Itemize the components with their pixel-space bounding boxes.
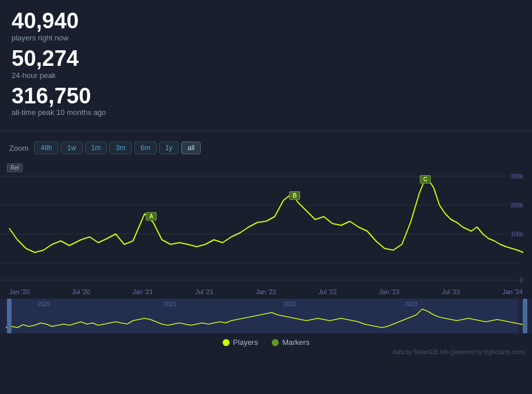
mini-year-2022: 2022 (283, 301, 296, 307)
mini-year-2023: 2023 (405, 301, 418, 307)
mini-chart[interactable]: 2020 2021 2022 2023 (0, 299, 532, 333)
x-label-jul22: Jul '22 (319, 288, 337, 295)
mini-year-2020: 2020 (38, 301, 50, 307)
peak-24h-value: 50,274 (12, 47, 520, 71)
current-players-value: 40,940 (12, 9, 520, 34)
mini-chart-handle-right[interactable] (523, 299, 527, 333)
alltime-peak-value: 316,750 (12, 84, 520, 109)
main-chart: 300k 200k 100k 0 Rel A B C (0, 159, 532, 286)
zoom-6m-button[interactable]: 6m (134, 142, 157, 154)
current-players-block: 40,940 players right now (12, 9, 520, 42)
svg-text:300k: 300k (511, 173, 524, 180)
mini-chart-svg (0, 299, 532, 333)
x-label-jul23: Jul '23 (442, 288, 460, 295)
current-players-label: players right now (12, 34, 520, 42)
zoom-3m-button[interactable]: 3m (109, 142, 132, 154)
svg-text:100k: 100k (511, 231, 524, 237)
stats-section: 40,940 players right now 50,274 24-hour … (0, 0, 532, 127)
x-label-jan23: Jan '23 (379, 288, 400, 295)
zoom-48h-button[interactable]: 48h (34, 142, 58, 154)
marker-rel: Rel (7, 163, 23, 172)
players-dot (223, 339, 230, 346)
marker-a: A (146, 212, 157, 221)
zoom-1w-button[interactable]: 1w (61, 142, 82, 154)
x-label-jan22: Jan '22 (256, 288, 276, 295)
svg-text:0: 0 (520, 277, 523, 284)
x-label-jul21: Jul '21 (195, 288, 213, 295)
x-label-jan21: Jan '21 (132, 288, 153, 295)
mini-year-2021: 2021 (164, 301, 176, 307)
marker-b: B (289, 191, 300, 200)
zoom-all-button[interactable]: all (181, 142, 201, 154)
x-label-jan20: Jan '20 (9, 288, 29, 295)
stats-chart-divider (0, 131, 532, 131)
legend: Players Markers (0, 333, 532, 349)
players-label: Players (233, 338, 258, 347)
zoom-row: Zoom 48h 1w 1m 3m 6m 1y all (0, 139, 532, 159)
alltime-peak-block: 316,750 all-time peak 10 months ago (12, 84, 520, 117)
legend-players: Players (223, 338, 258, 347)
chart-section: Zoom 48h 1w 1m 3m 6m 1y all 300k 200k 10… (0, 135, 532, 358)
alltime-peak-label: all-time peak 10 months ago (12, 108, 520, 117)
peak-24h-label: 24-hour peak (12, 71, 520, 80)
zoom-1y-button[interactable]: 1y (159, 142, 179, 154)
marker-c: C (420, 175, 431, 184)
x-label-jan24: Jan '24 (503, 288, 523, 295)
zoom-label: Zoom (9, 144, 28, 153)
x-label-jul20: Jul '20 (72, 288, 90, 295)
x-axis-labels: Jan '20 Jul '20 Jan '21 Jul '21 Jan '22 … (0, 286, 532, 298)
zoom-1m-button[interactable]: 1m (85, 142, 108, 154)
mini-chart-handle-left[interactable] (7, 299, 12, 333)
markers-dot (272, 339, 279, 346)
markers-label: Markers (282, 338, 309, 347)
peak-24h-block: 50,274 24-hour peak (12, 47, 520, 80)
svg-rect-10 (7, 299, 518, 333)
attribution: data by SteamDB.info (powered by highcha… (0, 349, 532, 358)
svg-text:200k: 200k (511, 202, 524, 209)
legend-markers: Markers (272, 338, 309, 347)
main-chart-svg: 300k 200k 100k 0 (0, 159, 532, 286)
